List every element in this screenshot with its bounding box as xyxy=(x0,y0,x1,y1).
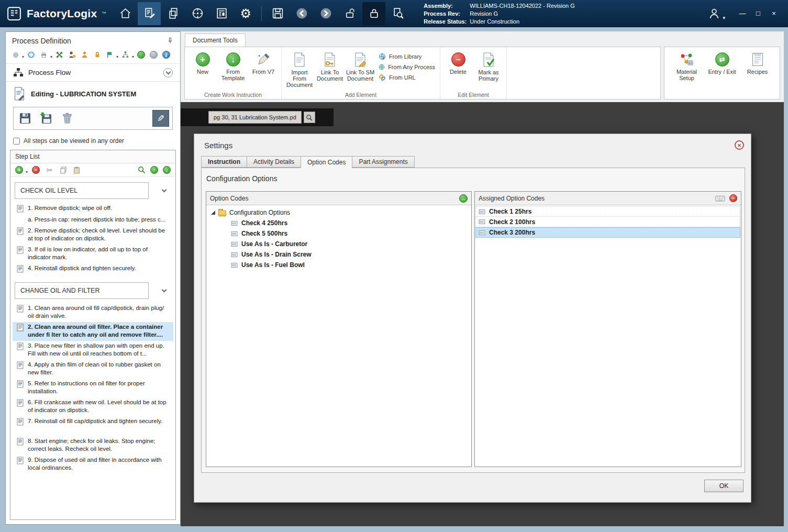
remove-step-button[interactable] xyxy=(31,165,40,174)
process-definition-button[interactable] xyxy=(138,2,161,25)
link-to-document-button[interactable]: Link To Document xyxy=(315,49,345,82)
minimize-button[interactable]: — xyxy=(735,7,750,20)
step-item[interactable]: 5. Refer to instructions on oil filter f… xyxy=(13,379,173,397)
step-item[interactable]: 2. Remove dipstick; check oil level. Lev… xyxy=(13,226,173,245)
hierarchy-dropdown-button[interactable] xyxy=(121,50,130,59)
import-work-instruction-button[interactable] xyxy=(38,110,54,127)
option-code-item[interactable]: Check 5 500hrs xyxy=(206,228,471,239)
preview-dropdown-button[interactable] xyxy=(11,50,20,59)
add-step-button[interactable] xyxy=(15,165,24,174)
assign-option-code-button[interactable] xyxy=(459,194,468,203)
step-item-selected[interactable]: 2. Clean area around oil filter. Place a… xyxy=(13,322,173,341)
process-flow-row[interactable]: Process Flow xyxy=(6,64,180,82)
release-dropdown-button[interactable] xyxy=(105,50,114,59)
check-out-user-button[interactable] xyxy=(80,50,89,59)
step-item[interactable]: 8. Start engine; check for oil leaks. St… xyxy=(13,436,173,455)
forward-button[interactable] xyxy=(314,2,337,25)
stop-button[interactable] xyxy=(149,50,158,59)
from-v7-button[interactable]: From V7 xyxy=(248,49,279,75)
step-item[interactable]: 6. Fill crankcase with new oil. Level sh… xyxy=(13,397,173,416)
save-work-instruction-button[interactable] xyxy=(17,110,34,127)
navigate-button[interactable] xyxy=(186,2,209,25)
maximize-button[interactable]: □ xyxy=(750,7,766,20)
mark-as-primary-button[interactable]: Mark as Primary xyxy=(473,49,504,82)
settings-button[interactable] xyxy=(234,2,257,25)
collapse-button[interactable] xyxy=(163,68,173,77)
check-in-user-button[interactable] xyxy=(68,50,76,59)
delete-element-button[interactable]: Delete xyxy=(443,49,473,75)
import-from-document-button[interactable]: Import From Document xyxy=(284,49,315,88)
print-dropdown-button[interactable] xyxy=(39,50,48,59)
user-menu-button[interactable] xyxy=(707,7,725,20)
tab-activity-details[interactable]: Activity Details xyxy=(247,156,301,168)
info-button[interactable] xyxy=(162,50,171,59)
step-item[interactable]: a. Press-in cap: reinsert dipstick into … xyxy=(13,215,173,226)
dialog-close-button[interactable] xyxy=(735,140,744,150)
entry-exit-button[interactable]: Entry / Exit xyxy=(707,49,737,91)
assigned-option-code-item-selected[interactable]: Check 3 200hrs xyxy=(475,227,740,238)
document-tab-strip: pg 30, 31 Lubrication System.pd xyxy=(181,108,334,126)
copy-step-button[interactable] xyxy=(59,165,68,174)
lock-process-button[interactable] xyxy=(93,50,102,59)
pin-button[interactable] xyxy=(167,37,174,45)
step-item[interactable]: 9. Dispose of used oil and filter in acc… xyxy=(13,455,173,474)
audit-search-button[interactable] xyxy=(386,2,409,25)
tab-part-assignments[interactable]: Part Assignments xyxy=(352,156,414,168)
material-setup-button[interactable]: Material Setup xyxy=(672,49,702,91)
option-code-item[interactable]: Use As Is - Drain Screw xyxy=(206,249,471,260)
step-item[interactable]: 1. Remove dipstick; wipe oil off. xyxy=(13,203,173,215)
assigned-option-code-item[interactable]: Check 1 25hrs xyxy=(475,206,740,217)
option-code-item[interactable]: Use As Is - Carburetor xyxy=(206,239,471,249)
start-button[interactable] xyxy=(137,50,146,59)
edit-work-instruction-button[interactable] xyxy=(152,110,169,127)
reports-button[interactable] xyxy=(210,2,233,25)
document-tab[interactable]: pg 30, 31 Lubrication System.pd xyxy=(208,111,302,124)
lock-button[interactable] xyxy=(362,2,385,25)
from-any-process-button[interactable]: From Any Process xyxy=(379,63,435,71)
save-button[interactable] xyxy=(266,2,289,25)
option-code-item[interactable]: Use As Is - Fuel Bowl xyxy=(206,260,471,270)
new-button[interactable]: New xyxy=(187,49,218,75)
remove-assigned-button[interactable] xyxy=(729,194,737,202)
step-item[interactable]: 4. Apply a thin film of clean oil to rub… xyxy=(13,360,173,379)
recipes-button[interactable]: Recipes xyxy=(742,49,773,91)
unlock-button[interactable] xyxy=(338,2,361,25)
find-step-button[interactable] xyxy=(137,165,146,174)
link-to-sm-document-button[interactable]: Link To SM Document xyxy=(345,49,375,82)
step-group-header[interactable]: CHECK OIL LEVEL xyxy=(15,182,171,199)
move-step-up-button[interactable] xyxy=(150,165,159,174)
tree-root-node[interactable]: Configuration Options xyxy=(206,207,471,218)
link-button[interactable] xyxy=(27,50,36,59)
option-code-icon xyxy=(231,251,238,258)
document-zoom-button[interactable] xyxy=(304,112,315,123)
step-item[interactable]: 4. Reinstall dipstick and tighten secure… xyxy=(13,263,173,275)
move-step-down-button[interactable] xyxy=(162,165,171,174)
globe-arrow-icon xyxy=(379,53,386,60)
tab-instruction[interactable]: Instruction xyxy=(201,156,247,168)
tab-document-tools[interactable]: Document Tools xyxy=(185,34,246,47)
tree-expander-icon[interactable] xyxy=(211,210,215,215)
step-item[interactable]: 3. Place new filter in shallow pan with … xyxy=(13,341,173,360)
step-group-header[interactable]: CHANGE OIL AND FILTER xyxy=(15,282,171,299)
from-library-button[interactable]: From Library xyxy=(379,53,435,60)
from-url-button[interactable]: From URL xyxy=(379,74,435,81)
ok-button[interactable]: OK xyxy=(704,480,743,492)
edit-assigned-button[interactable] xyxy=(715,195,725,202)
option-code-item[interactable]: Check 4 250hrs xyxy=(206,218,471,228)
any-order-checkbox[interactable] xyxy=(13,138,20,145)
step-item[interactable]: 1. Clean area around oil fill cap/dipsti… xyxy=(13,303,173,322)
documents-button[interactable] xyxy=(162,2,185,25)
from-template-button[interactable]: From Template xyxy=(218,49,248,81)
back-button[interactable] xyxy=(290,2,313,25)
option-code-icon xyxy=(231,230,238,237)
step-item[interactable]: 3. If oil is low on indicator, add oil u… xyxy=(13,245,173,263)
tab-option-codes[interactable]: Option Codes xyxy=(301,156,352,168)
close-button[interactable]: × xyxy=(766,7,782,20)
home-button[interactable] xyxy=(114,2,137,25)
step-item[interactable]: 7. Reinstall oil fill cap/dipstick and t… xyxy=(13,416,173,428)
export-tree-button[interactable] xyxy=(55,50,64,59)
assigned-option-code-item[interactable]: Check 2 100hrs xyxy=(475,217,740,227)
delete-work-instruction-button[interactable] xyxy=(59,110,75,127)
paste-step-button[interactable] xyxy=(72,165,81,174)
cut-step-button[interactable] xyxy=(45,165,54,174)
